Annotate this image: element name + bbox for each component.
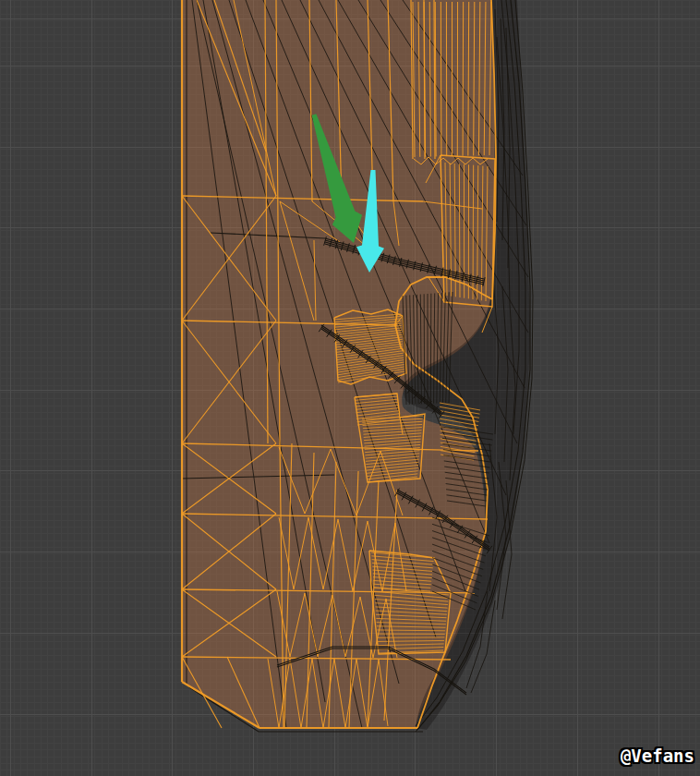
- mesh-canvas: [0, 0, 700, 776]
- watermark: @Vefans: [621, 747, 694, 765]
- viewport-3d[interactable]: @Vefans: [0, 0, 700, 776]
